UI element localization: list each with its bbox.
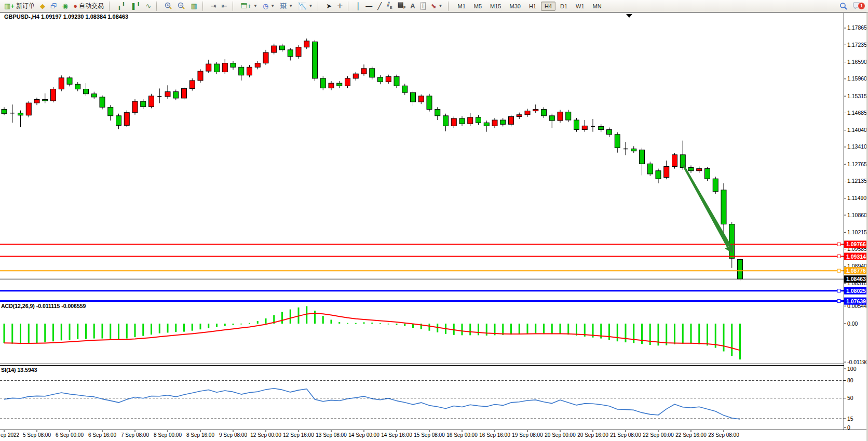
rsi-axis-label: 0: [847, 424, 850, 431]
macd-histogram-bar: [478, 324, 479, 335]
macd-histogram-bar: [52, 324, 54, 341]
candle-down: [91, 94, 97, 97]
macd-histogram-bar: [28, 324, 30, 343]
macd-histogram-bar: [731, 324, 733, 356]
notifications-button[interactable]: 1: [853, 2, 862, 11]
time-axis-label: 16 Sep 00:00: [446, 432, 478, 438]
macd-histogram-bar: [192, 324, 193, 331]
vline-tool-button[interactable]: │: [354, 2, 363, 10]
line-handle[interactable]: [837, 255, 840, 258]
price-label-text: 1.08776: [846, 268, 866, 274]
bar-chart-mode-button[interactable]: ╻╹: [115, 2, 128, 10]
candle-up: [533, 110, 538, 111]
candle-up: [492, 120, 497, 126]
line-handle[interactable]: [837, 243, 840, 246]
line-handle[interactable]: [837, 289, 840, 292]
macd-histogram-bar: [61, 324, 62, 340]
macd-histogram-bar: [388, 324, 389, 325]
new-order-icon: ▦+: [4, 3, 15, 9]
timeframe-button-d1[interactable]: D1: [557, 2, 571, 11]
macd-histogram-bar: [469, 324, 471, 335]
timeframe-button-m15[interactable]: M15: [486, 2, 505, 11]
candle-down: [214, 64, 220, 72]
macd-histogram-bar: [519, 324, 520, 334]
macd-histogram-bar: [265, 318, 267, 324]
new-order-label: 新订单: [16, 2, 35, 10]
timeframe-button-m1[interactable]: M1: [454, 2, 469, 11]
market-button[interactable]: ◆: [37, 2, 48, 10]
price-label-text: 1.07639: [846, 298, 866, 304]
macd-histogram-bar: [551, 324, 553, 333]
zoom-in-button[interactable]: [162, 2, 175, 10]
macd-histogram-bar: [142, 324, 144, 336]
label-tool-button[interactable]: T: [418, 2, 428, 10]
timeframe-button-w1[interactable]: W1: [572, 2, 588, 11]
new-order-button[interactable]: ▦+ 新订单: [2, 2, 37, 10]
arrows-icon: ⬊: [431, 3, 437, 9]
price-chart[interactable]: 1.178651.172351.165901.159601.153151.146…: [0, 0, 868, 441]
candle-down: [476, 117, 481, 123]
candle-down: [2, 110, 7, 114]
timeframe-button-m5[interactable]: M5: [470, 2, 485, 11]
auto-scroll-button[interactable]: ⇥: [208, 2, 219, 10]
search-icon[interactable]: [839, 2, 848, 10]
macd-histogram-bar: [510, 324, 512, 335]
chart-area[interactable]: 1.178651.172351.165901.159601.153151.146…: [0, 0, 868, 441]
bar-chart-icon: ╻╹: [117, 3, 126, 9]
timeframe-button-m30[interactable]: M30: [506, 2, 524, 11]
macd-histogram-bar: [543, 324, 545, 333]
candle-down: [173, 92, 179, 98]
time-axis-label: ep 2022: [1, 432, 20, 438]
text-tool-button[interactable]: A: [408, 2, 417, 10]
line-chart-mode-button[interactable]: ∿: [143, 2, 154, 10]
candle-chart-mode-button[interactable]: ❚╹: [128, 2, 143, 10]
candle-up: [165, 92, 170, 97]
zoom-out-button[interactable]: [175, 2, 188, 10]
candle-down: [713, 179, 718, 192]
candle-down: [288, 50, 293, 57]
text-label-icon: T: [421, 2, 426, 10]
candle-up: [353, 74, 358, 78]
candle-down: [574, 120, 579, 130]
indicators-button[interactable]: 📉▼: [295, 2, 315, 10]
price-axis-label: 1.12135: [847, 178, 867, 184]
arrows-tool-button[interactable]: ⬊▼: [428, 2, 445, 10]
auto-trading-button[interactable]: ● 自动交易: [71, 2, 106, 10]
candle-up: [558, 112, 563, 121]
crosshair-tool-button[interactable]: ✛: [334, 2, 345, 10]
tile-windows-button[interactable]: ▦: [188, 2, 199, 10]
price-axis-label: 1.10215: [847, 229, 867, 235]
candle-up: [517, 115, 522, 117]
candle-down: [427, 96, 432, 110]
signals-button[interactable]: ◉: [60, 2, 71, 10]
channel-tool-button[interactable]: ⫽E: [384, 2, 395, 10]
macd-histogram-bar: [20, 324, 21, 344]
trendline-tool-button[interactable]: ╱: [375, 2, 384, 10]
hline-tool-button[interactable]: —: [363, 2, 375, 10]
period-button[interactable]: ◷▼: [260, 2, 277, 10]
candle-down: [549, 116, 554, 121]
macd-histogram-bar: [682, 324, 684, 344]
line-handle[interactable]: [837, 269, 840, 272]
time-axis-label: 13 Sep 08:00: [316, 432, 347, 438]
chart-background: [0, 13, 868, 441]
macd-histogram-bar: [404, 324, 405, 326]
auto-trading-icon: ●: [73, 3, 77, 9]
candle-up: [672, 155, 677, 167]
timeframe-button-h4[interactable]: H4: [541, 2, 555, 11]
terminal-button[interactable]: 🗗: [48, 2, 60, 10]
chart-shift-button[interactable]: ⇤: [219, 2, 230, 10]
new-chart-button[interactable]: 🗔+▼: [238, 2, 261, 10]
line-handle[interactable]: [837, 300, 840, 303]
candle-down: [443, 116, 449, 126]
chevron-down-icon: ▼: [308, 4, 313, 8]
macd-histogram-bar: [617, 324, 618, 341]
timeframe-button-h1[interactable]: H1: [525, 2, 540, 11]
chevron-down-icon: ▼: [439, 4, 443, 8]
macd-histogram-bar: [4, 324, 5, 343]
timeframe-button-mn[interactable]: MN: [589, 2, 605, 11]
fibonacci-tool-button[interactable]: ▤F: [395, 2, 408, 10]
template-button[interactable]: 🖽▼: [277, 2, 295, 10]
toolbar-separator: [202, 2, 206, 11]
cursor-tool-button[interactable]: ➤: [323, 2, 334, 10]
